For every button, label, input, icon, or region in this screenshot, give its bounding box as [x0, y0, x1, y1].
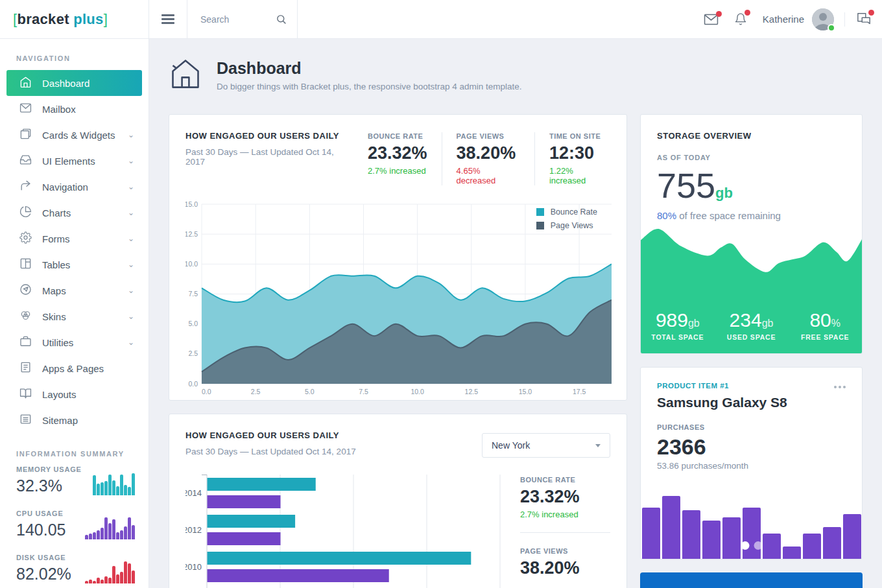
mail-icon[interactable] [704, 14, 719, 25]
bar [101, 528, 104, 539]
ellipsis-icon[interactable] [834, 382, 846, 392]
bar [112, 566, 115, 583]
city-stats: BOUNCE RATE 23.32% 2.7% increased PAGE V… [510, 475, 610, 588]
sidebar-item-tables[interactable]: Tables ⌄ [6, 252, 142, 277]
stat-delta: 1.22% increased [549, 166, 610, 185]
bar [93, 475, 96, 495]
bar [124, 561, 127, 583]
sidebar-item-layouts[interactable]: Layouts [6, 381, 142, 407]
compass-icon [19, 283, 32, 298]
mail-icon [19, 102, 32, 117]
bar [108, 523, 112, 539]
bar [128, 563, 131, 583]
notification-dot [868, 10, 874, 16]
bar [116, 532, 119, 539]
bar [97, 484, 100, 495]
sidebar-item-utilities[interactable]: Utilities ⌄ [6, 329, 142, 355]
stat-page-views: PAGE VIEWS 38.20% 4.65% decreased [442, 132, 534, 185]
list-box-icon [19, 413, 32, 428]
summary-section-label: INFORMATION SUMMARY [0, 450, 149, 458]
svg-text:2010: 2010 [185, 562, 202, 572]
sidebar-item-sitemap[interactable]: Sitemap [6, 407, 142, 433]
chevron-down-icon [595, 444, 601, 447]
sidebar-item-skins[interactable]: Skins ⌄ [6, 303, 142, 329]
sidebar: NAVIGATION Dashboard Mailbox Cards & Wid… [0, 39, 149, 588]
purchases-rate: 53.86 purchases/month [657, 461, 846, 471]
logo-name: bracket [17, 11, 69, 27]
card-subtitle: Past 30 Days — Last Updated Oct 14, 2017 [185, 447, 356, 456]
sidebar-item-cards-widgets[interactable]: Cards & Widgets ⌄ [6, 122, 142, 148]
stat-delta: 2.7% increased [368, 166, 427, 176]
cpu-usage-summary: CPU USAGE 140.05 [0, 510, 149, 539]
bar [722, 517, 741, 559]
sidebar-item-charts[interactable]: Charts ⌄ [6, 200, 142, 226]
search-input[interactable] [200, 14, 276, 25]
carousel-dot[interactable] [754, 541, 762, 550]
sidebar-item-navigation[interactable]: Navigation ⌄ [6, 174, 142, 200]
user-name[interactable]: Katherine [763, 14, 804, 25]
bar [120, 475, 123, 495]
bar [642, 508, 660, 559]
stat-delta: 4.65% decreased [457, 166, 520, 185]
storage-unit: gb [715, 185, 733, 201]
search-box [187, 0, 298, 38]
search-icon[interactable] [276, 14, 287, 25]
bar [124, 526, 127, 539]
summary-label: DISK USAGE [16, 554, 71, 561]
main-content: Dashboard Do bigger things with Bracket … [149, 39, 882, 588]
svg-text:0.0: 0.0 [188, 380, 198, 388]
disk-usage-chart [85, 560, 136, 583]
card-title: HOW ENGAGED OUR USERS DAILY [185, 131, 353, 141]
bar [108, 475, 112, 495]
sidebar-item-label: Mailbox [42, 104, 134, 115]
chat-panel-toggle[interactable] [844, 12, 882, 27]
home-icon [19, 76, 32, 91]
bar [89, 580, 92, 583]
card-subtitle: Past 30 Days — Last Updated Oct 14, 2017 [185, 147, 353, 167]
bar [112, 480, 115, 495]
chevron-down-icon: ⌄ [128, 286, 134, 295]
carousel-dot-active[interactable] [741, 541, 749, 550]
svg-text:0.0: 0.0 [202, 388, 211, 395]
sidebar-item-label: Apps & Pages [42, 363, 134, 374]
bar [120, 572, 123, 583]
hamburger-menu-button[interactable] [149, 0, 187, 38]
avatar[interactable] [812, 8, 834, 30]
area-chart-svg: 0.02.55.07.510.012.515.00.02.55.07.510.0… [185, 201, 612, 395]
sidebar-item-ui-elements[interactable]: UI Elements ⌄ [6, 148, 142, 174]
sidebar-item-label: Navigation [42, 182, 128, 193]
sidebar-item-maps[interactable]: Maps ⌄ [6, 277, 142, 303]
card-title: HOW ENGAGED OUR USERS DAILY [185, 430, 356, 440]
share-arrow-icon [19, 180, 32, 194]
sidebar-item-forms[interactable]: Forms ⌄ [6, 226, 142, 252]
hamburger-icon [161, 14, 174, 16]
city-select[interactable]: New York [482, 433, 610, 458]
page-title: Dashboard [217, 59, 522, 78]
stat-time-on-site: TIME ON SITE 12:30 1.22% increased [534, 132, 610, 185]
svg-text:2014: 2014 [185, 488, 202, 498]
svg-text:15.0: 15.0 [185, 201, 198, 208]
storage-total: 755gb [657, 167, 846, 205]
summary-label: CPU USAGE [16, 510, 66, 517]
bar [702, 521, 721, 559]
product-card: PRODUCT ITEM #1 Samsung Galaxy S8 PURCHA… [640, 367, 863, 559]
bell-icon[interactable] [734, 12, 747, 26]
sidebar-item-apps-pages[interactable]: Apps & Pages [6, 355, 142, 381]
bar [93, 532, 96, 539]
as-of-label: AS OF TODAY [657, 154, 846, 161]
pie-chart-icon [19, 206, 32, 220]
stat-bounce-rate: BOUNCE RATE 23.32% 2.7% increased [353, 132, 442, 185]
bar [132, 525, 135, 539]
bar [120, 530, 123, 539]
venn-icon [19, 309, 32, 324]
bar [104, 517, 108, 539]
bar [116, 574, 119, 583]
sidebar-item-label: Tables [42, 259, 128, 270]
gear-icon [19, 231, 32, 246]
engagement-card: HOW ENGAGED OUR USERS DAILY Past 30 Days… [169, 114, 627, 401]
svg-text:7.5: 7.5 [188, 290, 198, 298]
bar [682, 510, 700, 559]
bottom-blue-card [640, 572, 863, 588]
sidebar-item-mailbox[interactable]: Mailbox [6, 96, 142, 122]
sidebar-item-dashboard[interactable]: Dashboard [6, 70, 142, 96]
